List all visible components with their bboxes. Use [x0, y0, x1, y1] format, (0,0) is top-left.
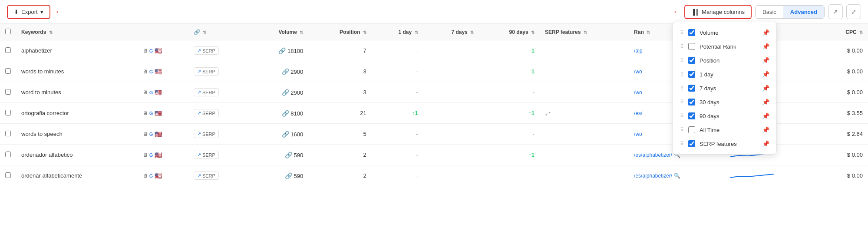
google-icon: G: [149, 48, 153, 53]
cpc-value: $ 0.00: [847, 47, 863, 54]
column-item-position[interactable]: ⠿ Position 📌: [673, 53, 776, 67]
col-check-potential_rank[interactable]: [688, 43, 695, 50]
devices-cell: 🖥 G 🇺🇸: [137, 103, 188, 124]
row-checkbox[interactable]: [5, 152, 11, 157]
serp-badge-cell[interactable]: ↗ SERP: [188, 165, 249, 186]
serp-badge-cell[interactable]: ↗ SERP: [188, 145, 249, 165]
row-checkbox[interactable]: [5, 131, 11, 136]
search-icon: 🔍: [674, 173, 680, 179]
col-check-all_time[interactable]: [688, 126, 695, 133]
column-item-potential_rank[interactable]: ⠿ Potential Rank 📌: [673, 40, 776, 53]
col-check-position[interactable]: [688, 57, 695, 64]
col-check-7days[interactable]: [688, 85, 695, 92]
col-check-serp_features[interactable]: [688, 140, 695, 147]
keyword-cell: word to minutes: [16, 82, 137, 103]
trend-sparkline: [730, 170, 774, 180]
row-checkbox[interactable]: [5, 47, 11, 53]
keyword-cell: alphabetizer: [16, 40, 137, 61]
devices-cell: 🖥 G 🇺🇸: [137, 82, 188, 103]
keyword-header[interactable]: Keywords ⇅: [16, 24, 137, 40]
advanced-view-button[interactable]: Advanced: [783, 6, 824, 18]
row-checkbox[interactable]: [5, 89, 11, 95]
pin-icon-volume[interactable]: 📌: [762, 29, 769, 36]
position-cell: 3: [308, 61, 371, 82]
col-check-90days[interactable]: [688, 112, 695, 119]
row-checkbox-cell[interactable]: [0, 61, 16, 82]
serp-badge[interactable]: ↗ SERP: [194, 171, 219, 180]
day1-value: ↑1: [412, 110, 418, 116]
row-checkbox-cell[interactable]: [0, 40, 16, 61]
7days-header[interactable]: 7 days ⇅: [423, 24, 479, 40]
drag-handle-position: ⠿: [680, 57, 684, 63]
col-label-volume: Volume: [700, 30, 758, 36]
days7-cell: [423, 145, 479, 165]
keyword-text: words to minutes: [21, 68, 64, 75]
pin-icon-1day[interactable]: 📌: [762, 71, 769, 78]
url-link[interactable]: /es/alphabetizer/ 🔍: [634, 173, 680, 179]
serp-badge-cell[interactable]: ↗ SERP: [188, 124, 249, 145]
serp-badge[interactable]: ↗ SERP: [194, 88, 219, 96]
position-header[interactable]: Position ⇅: [308, 24, 371, 40]
column-item-30days[interactable]: ⠿ 30 days 📌: [673, 95, 776, 109]
expand-icon-button[interactable]: ⤢: [846, 4, 861, 19]
row-checkbox-cell[interactable]: [0, 124, 16, 145]
select-all-checkbox[interactable]: [5, 29, 11, 34]
device-icons: 🖥 G 🇺🇸: [142, 110, 183, 117]
serp-badge[interactable]: ↗ SERP: [194, 109, 219, 117]
url-text: /es/: [634, 110, 642, 116]
row-checkbox-cell[interactable]: [0, 165, 16, 186]
col-check-1day[interactable]: [688, 71, 695, 78]
90days-header[interactable]: 90 days ⇅: [479, 24, 540, 40]
serp-badge-cell[interactable]: ↗ SERP: [188, 40, 249, 61]
serp-badge[interactable]: ↗ SERP: [194, 67, 219, 76]
col-check-volume[interactable]: [688, 29, 695, 36]
row-checkbox[interactable]: [5, 110, 11, 115]
google-icon: G: [149, 132, 153, 137]
serp-badge[interactable]: ↗ SERP: [194, 46, 219, 55]
column-item-1day[interactable]: ⠿ 1 day 📌: [673, 67, 776, 81]
column-item-7days[interactable]: ⠿ 7 days 📌: [673, 81, 776, 95]
serp-badge-cell[interactable]: ↗ SERP: [188, 61, 249, 82]
row-checkbox-cell[interactable]: [0, 103, 16, 124]
desktop-icon: 🖥: [142, 152, 148, 158]
google-icon: G: [149, 69, 153, 74]
serp-badge[interactable]: ↗ SERP: [194, 130, 219, 138]
serp-badge[interactable]: ↗ SERP: [194, 151, 219, 159]
select-all-header[interactable]: [0, 24, 16, 40]
column-item-serp_features[interactable]: ⠿ SERP features 📌: [673, 137, 776, 151]
drag-handle-all_time: ⠿: [680, 127, 684, 133]
device-icons: 🖥 G 🇺🇸: [142, 152, 183, 158]
position-cell: 5: [308, 124, 371, 145]
column-item-all_time[interactable]: ⠿ All Time 📌: [673, 123, 776, 137]
row-checkbox-cell[interactable]: [0, 145, 16, 165]
day1-cell: -: [372, 124, 423, 145]
keyword-cell: ordenar alfabeticamente: [16, 165, 137, 186]
pin-icon-potential_rank[interactable]: 📌: [762, 43, 769, 50]
col-check-30days[interactable]: [688, 99, 695, 106]
volume-cell: 🔗 2900: [249, 61, 308, 82]
serp-badge-cell[interactable]: ↗ SERP: [188, 82, 249, 103]
cpc-cell: $ 0.00: [816, 165, 868, 186]
col-label-7days: 7 days: [700, 85, 758, 92]
basic-view-button[interactable]: Basic: [756, 6, 783, 18]
cpc-header[interactable]: CPC ⇅: [816, 24, 868, 40]
1day-header[interactable]: 1 day ⇅: [372, 24, 423, 40]
position-value: 3: [363, 89, 366, 96]
serp-badge-cell[interactable]: ↗ SERP: [188, 103, 249, 124]
90days-sort-icon: ⇅: [531, 30, 535, 35]
row-checkbox[interactable]: [5, 172, 11, 178]
volume-header[interactable]: Volume ⇅: [249, 24, 308, 40]
row-checkbox-cell[interactable]: [0, 82, 16, 103]
column-item-volume[interactable]: ⠿ Volume 📌: [673, 26, 776, 40]
column-item-90days[interactable]: ⠿ 90 days 📌: [673, 109, 776, 123]
serp-features-header[interactable]: SERP features ⇅: [540, 24, 629, 40]
row-checkbox[interactable]: [5, 68, 11, 74]
flag-icon: 🇺🇸: [155, 110, 162, 117]
manage-columns-button[interactable]: ▐║ Manage columns: [684, 5, 752, 19]
trend-icon-button[interactable]: ↗: [828, 4, 843, 19]
export-button[interactable]: ⬇ Export ▾: [7, 5, 50, 19]
pin-icon-position[interactable]: 📌: [762, 57, 769, 64]
desktop-icon: 🖥: [142, 110, 148, 116]
cpc-cell: $ 0.00: [816, 61, 868, 82]
drag-handle-serp_features: ⠿: [680, 141, 684, 147]
